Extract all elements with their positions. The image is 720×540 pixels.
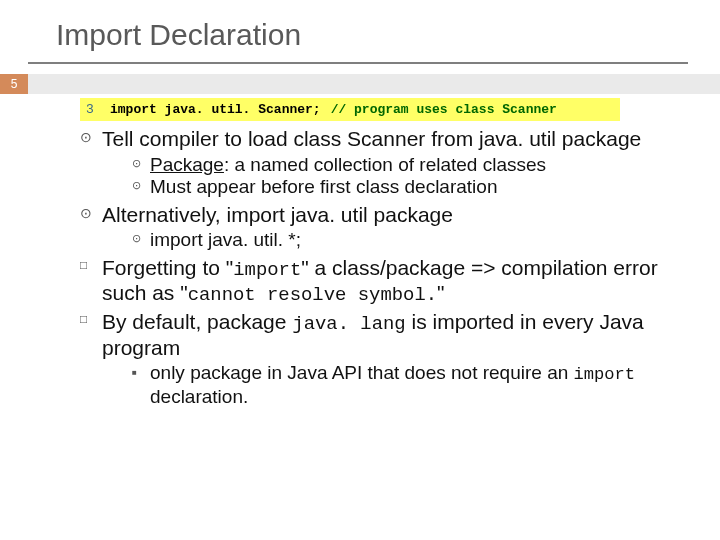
- subbullet-text: Must appear before first class declarati…: [150, 176, 497, 197]
- subbullet-package-def: Package: a named collection of related c…: [132, 154, 668, 176]
- subbullet-import-star: import java. util. *;: [132, 229, 668, 251]
- code-inline: cannot resolve symbol.: [188, 284, 437, 306]
- page-number-rest: [28, 74, 720, 94]
- underlined-word: Package: [150, 154, 224, 175]
- page-number: 5: [0, 74, 28, 94]
- text-part: ": [437, 281, 444, 304]
- bullet-alternatively: Alternatively, import java. util package…: [80, 203, 668, 252]
- slide-content: 3 import java. util. Scanner; // program…: [0, 94, 720, 408]
- subbullet-text: : a named collection of related classes: [224, 154, 546, 175]
- text-part: declaration.: [150, 386, 248, 407]
- bullet-load-scanner: Tell compiler to load class Scanner from…: [80, 127, 668, 199]
- code-inline: java. lang: [292, 313, 405, 335]
- code-statement: import java. util. Scanner;: [110, 102, 321, 117]
- page-number-bar: 5: [0, 74, 720, 94]
- code-line-number: 3: [86, 102, 110, 117]
- bullet-forgetting: Forgetting to "import" a class/package =…: [80, 256, 668, 307]
- bullet-text: Alternatively, import java. util package: [102, 203, 453, 226]
- bullet-text: Tell compiler to load class Scanner from…: [102, 127, 641, 150]
- bullet-default-lang: By default, package java. lang is import…: [80, 310, 668, 408]
- code-inline: import: [233, 259, 301, 281]
- code-comment: // program uses class Scanner: [331, 102, 557, 117]
- slide-title: Import Declaration: [0, 0, 720, 62]
- subbullet-before-class: Must appear before first class declarati…: [132, 176, 668, 198]
- text-part: only package in Java API that does not r…: [150, 362, 574, 383]
- code-inline: import: [574, 365, 636, 384]
- text-part: By default, package: [102, 310, 292, 333]
- subbullet-only-package: only package in Java API that does not r…: [132, 362, 668, 408]
- subbullet-text: import java. util. *;: [150, 229, 301, 250]
- text-part: Forgetting to ": [102, 256, 233, 279]
- title-underline: [28, 62, 688, 64]
- code-block: 3 import java. util. Scanner; // program…: [80, 98, 620, 121]
